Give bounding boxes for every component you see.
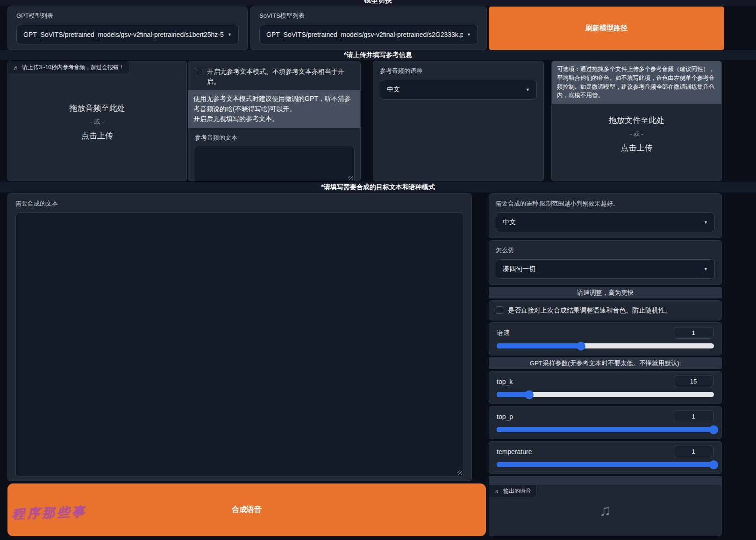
ref-text-label: 参考音频的文本: [188, 128, 360, 146]
chevron-down-icon: ▼: [467, 32, 471, 37]
slider-handle[interactable]: [525, 390, 534, 399]
top-k-label: top_k: [497, 378, 513, 385]
reference-audio-label: 请上传3~10秒内参考音频，超过会报错！: [22, 64, 124, 71]
output-audio-panel: ♬ 输出的语音 ♫: [489, 484, 722, 536]
cut-method-value: 凑四句一切: [503, 265, 700, 273]
target-text-panel: 需要合成的文本: [7, 193, 472, 481]
temperature-value-box[interactable]: 1: [673, 446, 714, 457]
speed-value-box[interactable]: 1: [673, 327, 714, 339]
top-p-value-box[interactable]: 1: [673, 411, 714, 422]
gpt-model-dropdown[interactable]: GPT_SoVITS/pretrained_models/gsv-v2final…: [16, 25, 239, 44]
target-language-panel: 需要合成的语种.限制范围越小判别效果越好。 中文 ▼: [489, 193, 722, 238]
adjust-last-result-checkbox[interactable]: [496, 306, 503, 314]
reference-section-header: *请上传并填写参考信息: [0, 50, 756, 60]
audio-drop-text: 拖放音频至此处: [70, 103, 125, 114]
output-audio-label-chip: ♬ 输出的语音: [489, 485, 537, 498]
speed-label: 语速: [497, 329, 510, 337]
slider-handle[interactable]: [709, 425, 718, 434]
reference-text-panel: 开启无参考文本模式。不填参考文本亦相当于开启。 使用无参考文本模式时建议使用微调…: [188, 61, 361, 181]
top-k-slider-block: top_k 15: [489, 371, 722, 404]
watermark: 程序那些事: [12, 503, 87, 523]
music-note-icon: ♬: [494, 488, 500, 495]
reference-audio-upload[interactable]: ♬ 请上传3~10秒内参考音频，超过会报错！ 拖放音频至此处 - 或 - 点击上…: [7, 61, 187, 181]
speed-slider-block: 语速 1: [489, 322, 722, 355]
top-k-value-box[interactable]: 15: [673, 376, 714, 387]
temperature-slider[interactable]: [497, 462, 714, 467]
ref-language-panel: 参考音频的语种 中文 ▼: [373, 61, 544, 181]
resize-handle[interactable]: [457, 470, 462, 475]
cut-method-dropdown[interactable]: 凑四句一切 ▼: [496, 259, 715, 279]
output-audio-label: 输出的语音: [503, 487, 531, 495]
target-language-dropdown[interactable]: 中文 ▼: [496, 213, 715, 232]
temperature-slider-block: temperature 1: [489, 441, 722, 474]
page-title: 模型切换: [0, 0, 756, 5]
refresh-model-path-button[interactable]: 刷新模型路径: [489, 7, 724, 50]
no-ref-text-info: 使用无参考文本模式时建议使用微调的GPT，听不清参考音频说的啥(不晓得写啥)可以…: [188, 90, 360, 128]
ref-text-textarea[interactable]: [194, 146, 355, 181]
resize-handle[interactable]: [348, 176, 353, 180]
target-text-label: 需要合成的文本: [15, 199, 464, 208]
sovits-model-dropdown[interactable]: GPT_SoVITS/pretrained_models/gsv-v2final…: [259, 25, 478, 44]
model-switch-header: 模型切换: [0, 0, 756, 6]
audio-click-upload[interactable]: 点击上传: [81, 130, 113, 141]
chevron-down-icon: ▼: [704, 267, 708, 271]
ref-language-value: 中文: [387, 85, 522, 94]
speed-section-header: 语速调整，高为更快: [489, 287, 722, 298]
ref-language-label: 参考音频的语种: [380, 67, 537, 75]
target-language-value: 中文: [503, 218, 700, 227]
file-drop-or: - 或 -: [630, 130, 643, 138]
top-p-slider[interactable]: [497, 427, 714, 432]
multi-ref-upload-panel[interactable]: 可选项：通过拖拽多个文件上传多个参考音频（建议同性），平均融合他们的音色。如不填…: [551, 61, 722, 181]
top-p-slider-block: top_p 1: [489, 406, 722, 439]
no-ref-text-checkbox-label[interactable]: 开启无参考文本模式。不填参考文本亦相当于开启。: [207, 67, 354, 86]
target-language-label: 需要合成的语种.限制范围越小判别效果越好。: [496, 199, 715, 208]
temperature-label: temperature: [497, 448, 532, 455]
multi-ref-info: 可选项：通过拖拽多个文件上传多个参考音频（建议同性），平均融合他们的音色。如不填…: [552, 61, 721, 104]
speed-adjust-panel: 是否直接对上次合成结果调整语速和音色。防止随机性。: [489, 300, 722, 320]
speed-slider[interactable]: [497, 343, 714, 348]
gpt-model-value: GPT_SoVITS/pretrained_models/gsv-v2final…: [23, 31, 224, 38]
reference-audio-label-chip: ♬ 请上传3~10秒内参考音频，超过会报错！: [8, 61, 130, 74]
top-p-label: top_p: [497, 413, 513, 420]
audio-drop-or: - 或 -: [91, 118, 104, 126]
cut-method-panel: 怎么切 凑四句一切 ▼: [489, 240, 722, 285]
top-k-slider[interactable]: [497, 392, 714, 397]
chevron-down-icon: ▼: [228, 32, 232, 37]
sovits-model-panel: SoVITS模型列表 GPT_SoVITS/pretrained_models/…: [250, 7, 487, 50]
chevron-down-icon: ▼: [704, 220, 708, 225]
music-note-icon: ♬: [13, 64, 19, 71]
no-ref-text-checkbox[interactable]: [195, 68, 202, 75]
gpt-model-panel: GPT模型列表 GPT_SoVITS/pretrained_models/gsv…: [7, 7, 248, 50]
synthesis-section-header: *请填写需要合成的目标文本和语种模式: [0, 182, 756, 192]
adjust-last-result-label[interactable]: 是否直接对上次合成结果调整语速和音色。防止随机性。: [508, 306, 671, 315]
cut-method-label: 怎么切: [496, 246, 715, 255]
target-text-textarea[interactable]: [15, 213, 464, 477]
file-drop-text: 拖放文件至此处: [609, 115, 664, 126]
gpt-model-label: GPT模型列表: [16, 12, 239, 20]
slider-handle[interactable]: [709, 460, 718, 469]
gpt-params-header: GPT采样参数(无参考文本时不要太低。不懂就用默认):: [489, 357, 722, 369]
slider-handle[interactable]: [577, 341, 585, 350]
sovits-model-label: SoVITS模型列表: [259, 12, 478, 20]
sovits-model-value: GPT_SoVITS/pretrained_models/gsv-v2final…: [266, 31, 463, 38]
chevron-down-icon: ▼: [526, 87, 530, 92]
music-note-icon: ♫: [599, 501, 612, 519]
file-click-upload[interactable]: 点击上传: [621, 142, 653, 153]
ref-language-dropdown[interactable]: 中文 ▼: [380, 80, 537, 99]
